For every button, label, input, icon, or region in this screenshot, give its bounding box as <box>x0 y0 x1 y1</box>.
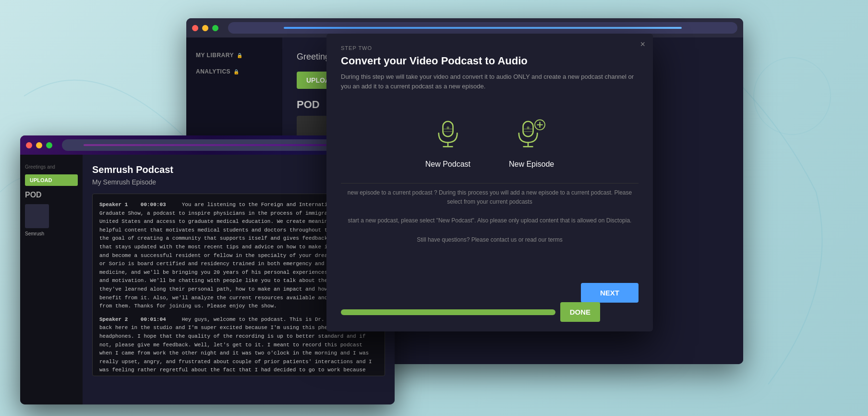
new-podcast-icon <box>429 115 467 153</box>
contact-link[interactable]: contact us <box>491 236 517 243</box>
modal-info-text-1: ? During this process you will add a new… <box>434 189 632 205</box>
modal-header: STEP TWO Convert your Video Podcast to A… <box>326 34 653 91</box>
sidebar-item-label: MY LIBRARY <box>196 52 234 59</box>
secondary-pod-name: Semrush <box>25 231 78 236</box>
step-label: STEP TWO <box>341 45 639 51</box>
close-button[interactable]: × <box>640 39 645 49</box>
modal-info-text-3: Still have questions? Please <box>417 236 489 243</box>
svg-point-5 <box>446 126 449 129</box>
modal-description: During this step we will take your video… <box>341 72 639 91</box>
secondary-sidebar-content: Greetings and UPLOAD POD Semrush <box>20 155 83 246</box>
traffic-light-yellow[interactable] <box>202 25 208 31</box>
secondary-address-bar-fill <box>84 144 367 146</box>
new-podcast-label: New Podcast <box>425 160 470 169</box>
new-episode-icon <box>512 115 551 153</box>
secondary-sidebar: Greetings and UPLOAD POD Semrush <box>20 155 83 404</box>
modal-title: Convert your Video Podcast to Audio <box>341 55 639 67</box>
secondary-pod-thumbnail <box>25 204 49 228</box>
secondary-greeting: Greetings and <box>25 164 78 170</box>
sidebar-item-my-library[interactable]: MY LIBRARY 🔒 <box>186 47 282 63</box>
traffic-light-red[interactable] <box>192 25 198 31</box>
progress-bar <box>341 309 555 315</box>
modal-info-section-1: new episode to a current podcast ? Durin… <box>326 184 653 211</box>
option-new-episode[interactable]: New Episode <box>509 115 554 169</box>
svg-point-11 <box>527 126 530 129</box>
sidebar-item-analytics[interactable]: ANALYTICS 🔒 <box>186 63 282 80</box>
traffic-light-green[interactable] <box>212 25 218 31</box>
secondary-traffic-light-yellow[interactable] <box>36 142 42 148</box>
modal-info-text-4: or read our <box>518 236 547 243</box>
modal-dialog: STEP TWO Convert your Video Podcast to A… <box>326 34 653 331</box>
new-episode-label: New Episode <box>509 160 554 169</box>
secondary-pod-label: POD <box>25 191 78 199</box>
options-row: New Podcast New Episode <box>326 105 653 183</box>
lock-icon: 🔒 <box>237 53 243 58</box>
modal-info-section-2: start a new podcast, please select "New … <box>326 211 653 230</box>
address-bar-progress <box>284 27 682 29</box>
lock-icon-analytics: 🔒 <box>233 69 240 74</box>
sidebar-item-label: ANALYTICS <box>196 68 230 75</box>
secondary-traffic-light-red[interactable] <box>26 142 32 148</box>
modal-info-text-2: start a new podcast, please select "New … <box>348 217 632 224</box>
secondary-upload-button[interactable]: UPLOAD <box>25 174 78 186</box>
address-bar <box>228 22 737 34</box>
svg-point-1 <box>754 58 831 135</box>
terms-link[interactable]: terms <box>548 236 563 243</box>
new-episode-link[interactable]: new episode to a current podcast <box>348 189 433 196</box>
speaker-label-1: Speaker 1 00:00:03 <box>99 202 179 208</box>
secondary-traffic-light-green[interactable] <box>46 142 52 148</box>
done-button[interactable]: DONE <box>560 302 600 322</box>
speaker-label-2: Speaker 2 00:01:04 <box>99 317 179 322</box>
option-new-podcast[interactable]: New Podcast <box>425 115 470 169</box>
modal-info-section-3: Still have questions? Please contact us … <box>326 231 653 249</box>
next-button[interactable]: NEXT <box>581 283 639 303</box>
